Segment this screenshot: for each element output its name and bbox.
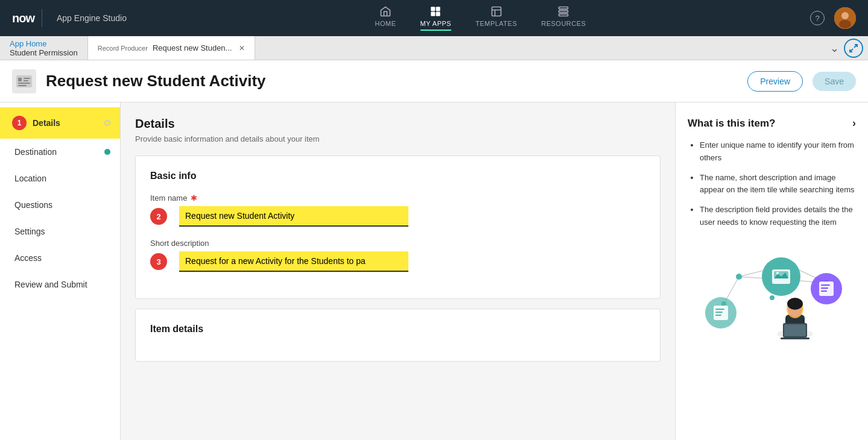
help-button[interactable]: ? [810, 11, 825, 25]
tab-type-label: Record Producer [98, 45, 148, 52]
sidebar-location-label: Location [14, 174, 110, 183]
sidebar-item-location[interactable]: Location [0, 165, 120, 192]
sidebar: 1 Details Destination Location Questions… [0, 102, 121, 440]
svg-rect-35 [821, 291, 827, 292]
item-name-label: Item name ✱ [150, 193, 645, 203]
sidebar-access-label: Access [14, 253, 110, 263]
tab-title-label: Request new Studen... [153, 43, 232, 52]
svg-rect-13 [18, 83, 30, 84]
svg-rect-12 [18, 78, 22, 81]
breadcrumb-permission: Student Permission [10, 48, 78, 57]
sidebar-item-review-submit[interactable]: Review and Submit [0, 271, 120, 298]
svg-point-30 [776, 272, 779, 274]
sidebar-item-access[interactable]: Access [0, 245, 120, 271]
svg-rect-1 [436, 7, 440, 11]
panel-bullet-3: The description field provides details t… [700, 204, 856, 229]
panel-chevron-icon[interactable]: › [852, 117, 856, 130]
svg-rect-40 [715, 315, 721, 316]
nav-divider [42, 9, 42, 27]
short-desc-input[interactable] [179, 251, 408, 272]
svg-rect-4 [492, 7, 501, 16]
sidebar-item-destination[interactable]: Destination [0, 139, 120, 165]
sidebar-dot-destination [104, 149, 110, 155]
svg-rect-33 [821, 284, 830, 286]
sidebar-details-label: Details [33, 118, 104, 128]
step-circle-3: 3 [150, 253, 167, 270]
sidebar-item-questions[interactable]: Questions [0, 192, 120, 218]
item-details-card: Item details [135, 309, 661, 362]
top-navigation: now App Engine Studio HOME MY APPS [0, 0, 868, 36]
main-header: Request new Student Activity Preview Sav… [0, 60, 868, 102]
nav-my-apps-label: MY APPS [420, 20, 452, 27]
tab-bar: App HomeStudent Permission Record Produc… [0, 36, 868, 60]
svg-rect-48 [781, 338, 809, 339]
svg-rect-16 [24, 80, 28, 81]
required-star: ✱ [188, 193, 197, 203]
item-name-group: Item name ✱ 2 [150, 193, 645, 227]
svg-rect-47 [784, 324, 806, 336]
svg-rect-34 [821, 288, 828, 289]
main-form: Details Provide basic information and de… [121, 102, 675, 440]
svg-rect-5 [559, 7, 568, 9]
sidebar-dot-details [104, 120, 110, 126]
svg-rect-6 [559, 10, 568, 12]
panel-title: What is this item? › [688, 117, 856, 130]
details-section-title: Details [135, 117, 661, 131]
sidebar-settings-label: Settings [14, 227, 110, 236]
record-producer-tab[interactable]: Record Producer Request new Studen... ✕ [88, 36, 256, 60]
details-section-desc: Provide basic information and details ab… [135, 134, 661, 143]
sidebar-item-details[interactable]: 1 Details [0, 107, 120, 139]
svg-point-10 [839, 20, 851, 28]
nav-home[interactable]: HOME [375, 5, 396, 31]
nav-resources-label: RESOURCES [541, 20, 586, 27]
expand-button[interactable] [844, 39, 863, 58]
panel-bullet-2: The name, short description and image ap… [700, 172, 856, 197]
svg-point-45 [787, 298, 803, 310]
collapse-icon[interactable]: ⌄ [830, 42, 839, 55]
step-number-1: 1 [12, 116, 27, 130]
tab-close-button[interactable]: ✕ [239, 44, 245, 52]
svg-point-21 [736, 274, 742, 280]
avatar[interactable] [834, 7, 856, 29]
sidebar-item-settings[interactable]: Settings [0, 218, 120, 245]
app-name: App Engine Studio [57, 13, 127, 23]
preview-button[interactable]: Preview [747, 71, 803, 92]
svg-rect-2 [431, 12, 436, 16]
header-icon [12, 69, 36, 93]
nav-my-apps[interactable]: MY APPS [420, 5, 452, 31]
logo-area: now App Engine Studio [12, 9, 127, 27]
nav-templates[interactable]: TEMPLATES [475, 5, 517, 31]
svg-rect-7 [559, 14, 568, 16]
save-button[interactable]: Save [813, 72, 856, 91]
basic-info-card: Basic info Item name ✱ 2 Short descripti… [135, 156, 661, 299]
short-desc-group: Short description 3 [150, 239, 645, 272]
item-name-input[interactable] [179, 206, 408, 227]
svg-rect-38 [715, 309, 724, 310]
step-circle-2: 2 [150, 208, 167, 225]
nav-center: HOME MY APPS TEMPLATES [151, 5, 810, 31]
svg-rect-39 [715, 312, 723, 313]
svg-rect-15 [24, 78, 30, 79]
panel-bullets-list: Enter unique name to identify your item … [688, 139, 856, 229]
svg-rect-3 [436, 12, 440, 16]
svg-point-9 [841, 12, 849, 19]
content-area: 1 Details Destination Location Questions… [0, 102, 868, 440]
sidebar-destination-label: Destination [14, 147, 104, 157]
short-desc-label: Short description [150, 239, 645, 248]
svg-rect-0 [431, 7, 436, 11]
breadcrumb-app-home: App HomeStudent Permission [10, 39, 78, 57]
nav-resources[interactable]: RESOURCES [541, 5, 586, 31]
nav-home-label: HOME [375, 20, 396, 27]
item-details-title: Item details [150, 324, 645, 335]
now-logo: now [12, 11, 34, 25]
panel-bullet-1: Enter unique name to identify your item … [700, 139, 856, 165]
breadcrumb-tab[interactable]: App HomeStudent Permission [0, 36, 88, 60]
nav-right: ? [810, 7, 856, 29]
tabbar-right: ⌄ [830, 36, 868, 60]
basic-info-title: Basic info [150, 171, 645, 181]
svg-point-25 [770, 295, 775, 300]
sidebar-questions-label: Questions [14, 200, 110, 210]
svg-rect-14 [18, 85, 27, 86]
sidebar-review-label: Review and Submit [14, 280, 110, 289]
nav-templates-label: TEMPLATES [475, 20, 517, 27]
